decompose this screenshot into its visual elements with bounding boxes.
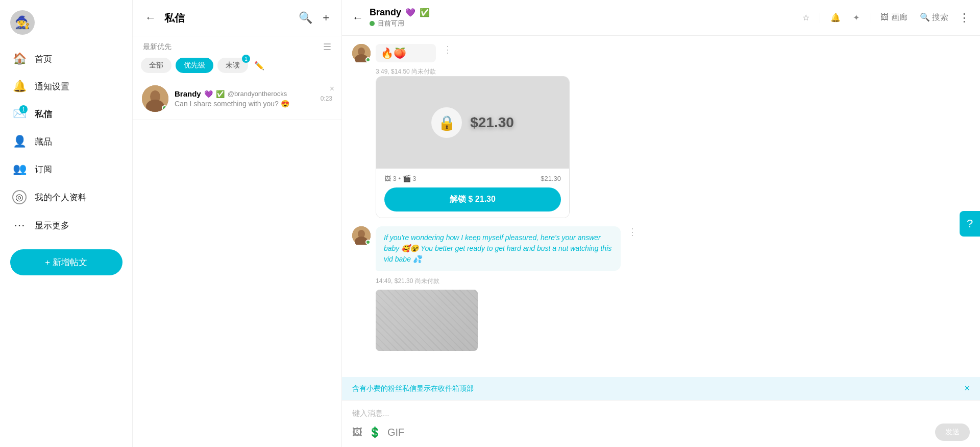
- notification-bar: 含有小费的粉丝私信显示在收件箱顶部 ×: [342, 377, 980, 400]
- chat-input-field[interactable]: [352, 407, 970, 419]
- locked-card-wrapper: 🔒 $21.30 🖼 3 • 🎬 3 $21.30 解锁 $ 21.30: [376, 76, 570, 218]
- collections-icon: 👤: [12, 135, 27, 148]
- lock-icon: 🔒: [431, 107, 462, 138]
- sidebar-item-profile[interactable]: ◎ 我的个人资料: [0, 183, 132, 211]
- sidebar-label-more: 显示更多: [35, 220, 69, 231]
- msg-avatar-dot-2: [365, 240, 371, 245]
- msg-bubble-2: If you're wondering how I keep myself pl…: [376, 226, 621, 351]
- conv-close-button[interactable]: ×: [330, 84, 334, 93]
- msg-meta-1: 3:49, $14.50 尚未付款: [376, 67, 436, 76]
- send-button[interactable]: 发送: [935, 424, 970, 441]
- chat-input-actions: 🖼 💲 GIF 发送: [352, 424, 970, 441]
- conv-avatar: [142, 85, 168, 112]
- sidebar-item-notifications[interactable]: 🔔 通知设置: [0, 73, 132, 100]
- conv-preview: Can I share something with you? 😍: [175, 100, 314, 108]
- chat-messages: 🔥🍑 3:49, $14.50 尚未付款 ⋮ 🔒 $21: [342, 36, 980, 377]
- gif-button[interactable]: GIF: [387, 427, 404, 438]
- chat-panel: ← Brandy 💜 ✅ 目前可用 ☆ 🔔 ✦ 🖼 画廊 🔍 搜索 ⋮: [342, 0, 980, 447]
- conv-badge-heart: 💜: [204, 90, 213, 98]
- compose-button[interactable]: +: [321, 9, 331, 27]
- sidebar-label-profile: 我的个人资料: [35, 192, 87, 203]
- sidebar-label-subscriptions: 订阅: [35, 163, 52, 175]
- conv-info: Brandy 💜 ✅ @brandyontherocks Can I share…: [175, 89, 314, 108]
- chat-more-button[interactable]: ⋮: [959, 11, 970, 25]
- filter-label: 最新优先: [143, 42, 172, 52]
- gallery-button[interactable]: 🖼 画廊: [876, 10, 911, 25]
- unread-badge: 1: [242, 55, 250, 63]
- locked-price: $21.30: [541, 175, 561, 182]
- tip-button[interactable]: 💲: [369, 426, 381, 438]
- filter-icon[interactable]: ☰: [323, 41, 331, 53]
- home-icon: 🏠: [12, 52, 27, 65]
- sidebar-label-messages: 私信: [35, 108, 52, 120]
- unlock-button[interactable]: 解锁 $ 21.30: [384, 187, 561, 211]
- header-divider2: [870, 13, 870, 23]
- msg-thumbnail: [376, 290, 478, 351]
- conv-badge-check: ✅: [216, 90, 225, 98]
- msg-three-dot-1[interactable]: ⋮: [443, 44, 452, 55]
- help-button[interactable]: ?: [960, 211, 980, 237]
- conversation-item[interactable]: Brandy 💜 ✅ @brandyontherocks Can I share…: [133, 78, 341, 120]
- msg-avatar-dot-1: [365, 57, 371, 62]
- star2-button[interactable]: ✦: [849, 11, 864, 25]
- chat-back-button[interactable]: ←: [352, 11, 363, 25]
- msg-avatar-2: [352, 226, 371, 245]
- locked-card: 🔒 $21.30 🖼 3 • 🎬 3 $21.30 解锁 $ 21.30: [376, 76, 570, 218]
- sidebar-item-messages[interactable]: ✉️ 私信 1: [0, 100, 132, 128]
- header-divider: [820, 13, 820, 23]
- status-dot: [370, 21, 375, 26]
- profile-icon: ◎: [12, 190, 27, 204]
- online-indicator: [162, 105, 167, 111]
- msg-avatar-1: [352, 44, 371, 62]
- subscriptions-icon: 👥: [12, 162, 27, 176]
- chat-header-actions: ☆ 🔔 ✦ 🖼 画廊 🔍 搜索: [798, 10, 952, 25]
- tab-all[interactable]: 全部: [141, 58, 172, 73]
- image-button[interactable]: 🖼: [352, 427, 362, 438]
- media-count: 🖼 3 • 🎬 3: [384, 175, 416, 182]
- chat-header-name-row: Brandy 💜 ✅: [370, 7, 792, 18]
- msg-text-highlight: If you're wondering how I keep myself pl…: [376, 226, 621, 271]
- tab-priority[interactable]: 优先级: [176, 58, 213, 73]
- bell-icon: 🔔: [12, 80, 27, 93]
- star-button[interactable]: ☆: [798, 11, 814, 25]
- conv-time: 0:23: [321, 95, 332, 102]
- filter-bar: 最新优先 ☰: [133, 36, 341, 58]
- search-action-button[interactable]: 🔍 搜索: [916, 10, 952, 25]
- bell-action-button[interactable]: 🔔: [826, 11, 845, 25]
- notification-close-button[interactable]: ×: [964, 383, 970, 394]
- chat-header-status: 目前可用: [370, 19, 792, 28]
- chat-header: ← Brandy 💜 ✅ 目前可用 ☆ 🔔 ✦ 🖼 画廊 🔍 搜索 ⋮: [342, 0, 980, 36]
- tab-bar: 全部 优先级 未读 1 ✏️: [133, 58, 341, 78]
- chat-badge-check: ✅: [420, 8, 430, 17]
- sidebar-item-more[interactable]: ⋯ 显示更多: [0, 211, 132, 239]
- conv-name-row: Brandy 💜 ✅ @brandyontherocks: [175, 89, 314, 98]
- search-button[interactable]: 🔍: [297, 9, 314, 27]
- msg-three-dot-2[interactable]: ⋮: [628, 226, 637, 238]
- locked-blur-overlay: 🔒 $21.30: [376, 77, 569, 169]
- sidebar-label-home: 首页: [35, 53, 52, 65]
- locked-card-meta: 🖼 3 • 🎬 3 $21.30: [384, 175, 561, 182]
- tab-unread-wrapper: 未读 1: [217, 58, 248, 73]
- msg-meta-2: 14:49, $21.30 尚未付款: [376, 277, 621, 286]
- tab-edit-button[interactable]: ✏️: [254, 61, 264, 70]
- chat-badge-heart: 💜: [405, 8, 415, 17]
- chat-header-name: Brandy: [370, 7, 401, 18]
- status-text: 目前可用: [378, 19, 404, 28]
- message-list-title: 私信: [164, 11, 290, 25]
- sidebar-item-collections[interactable]: 👤 藏品: [0, 128, 132, 155]
- sidebar-label-collections: 藏品: [35, 136, 52, 148]
- message-list-panel: ← 私信 🔍 + 最新优先 ☰ 全部 优先级 未读 1 ✏️: [133, 0, 342, 447]
- locked-card-meta-left: 🖼 3 • 🎬 3: [384, 175, 416, 182]
- sidebar-label-notifications: 通知设置: [35, 81, 69, 92]
- message-list-header: ← 私信 🔍 +: [133, 0, 341, 36]
- avatar[interactable]: 🧙: [10, 10, 35, 35]
- back-button[interactable]: ←: [143, 9, 158, 27]
- sidebar-item-home[interactable]: 🏠 首页: [0, 45, 132, 73]
- locked-price-overlay: $21.30: [470, 114, 514, 131]
- sidebar-nav: 🏠 首页 🔔 通知设置 ✉️ 私信 1 👤 藏品 👥 订阅 ◎ 我的个人资料 ⋯…: [0, 45, 132, 239]
- locked-card-preview: 🔒 $21.30: [376, 77, 569, 169]
- msg-emoji-preview: 🔥🍑: [376, 44, 436, 62]
- notification-text: 含有小费的粉丝私信显示在收件箱顶部: [352, 384, 474, 393]
- sidebar-item-subscriptions[interactable]: 👥 订阅: [0, 155, 132, 183]
- new-post-button[interactable]: + 新增帖文: [10, 249, 122, 275]
